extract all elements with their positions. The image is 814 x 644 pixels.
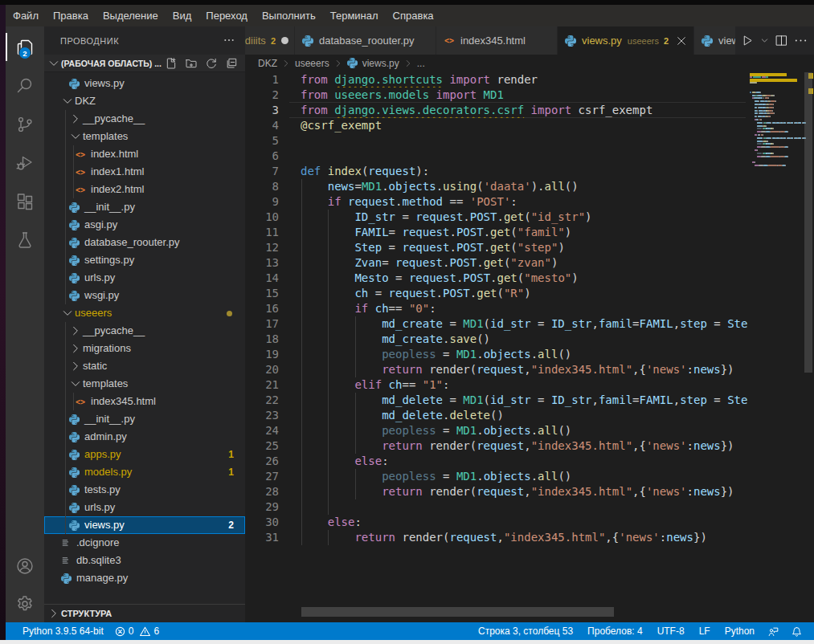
tab-diiits[interactable]: diiits2 (245, 26, 295, 55)
tree-file-index345.html[interactable]: <>index345.html (44, 393, 245, 410)
workspace-section-header[interactable]: (РАБОЧАЯ ОБЛАСТЬ) ... (44, 55, 245, 72)
status-item[interactable]: Python (718, 626, 762, 637)
python-file-icon (67, 289, 80, 302)
close-icon[interactable] (675, 35, 688, 47)
menu-item[interactable]: Терминал (323, 5, 386, 26)
split-editor-icon[interactable] (774, 34, 788, 48)
activitybar-testing-icon[interactable] (6, 221, 44, 259)
explorer-more-icon[interactable] (223, 34, 235, 48)
vertical-scrollbar[interactable] (804, 72, 812, 373)
breadcrumb-item[interactable]: DKZ (258, 58, 277, 69)
tab-index345.html[interactable]: <>index345.html (436, 26, 558, 55)
code-line-14: 14 Mesto = request.POST.get("mesto") (245, 271, 814, 286)
tree-item-label: database_roouter.py (84, 234, 180, 251)
python-interpreter-status[interactable]: Python 3.9.5 64-bit (15, 626, 107, 637)
code-line-text: ch = request.POST.get("R") (301, 286, 748, 301)
tree-file-urls.py[interactable]: urls.py (44, 269, 245, 287)
collapse-all-icon[interactable] (225, 57, 238, 70)
bell-icon[interactable] (791, 626, 803, 638)
indent-guide (301, 225, 302, 240)
activitybar-account-icon[interactable] (6, 547, 44, 585)
activitybar-settings-gear-icon[interactable] (6, 585, 44, 622)
tree-file-__init__.py[interactable]: __init__.py (44, 410, 245, 428)
python-file-icon (564, 35, 577, 47)
tree-file-models.py[interactable]: models.py1 (44, 463, 245, 481)
tree-folder-templates[interactable]: templates (44, 128, 245, 145)
more-icon[interactable] (793, 34, 808, 48)
indent-guide (355, 408, 356, 423)
menu-item[interactable]: Справка (386, 5, 441, 26)
tab-database_roouter.py[interactable]: database_roouter.py (295, 26, 436, 55)
minimap-line-segment (785, 165, 787, 166)
minimap-line-segment (750, 76, 752, 78)
tree-folder-templates[interactable]: templates (44, 375, 245, 393)
activitybar-explorer-icon[interactable]: 2 (6, 28, 44, 66)
activitybar-search-icon[interactable] (6, 67, 44, 104)
minimap-line-segment (755, 165, 759, 166)
status-item[interactable]: Строка 3, столбец 53 (471, 626, 580, 637)
chevron-down-icon[interactable] (759, 34, 769, 48)
tree-folder-DKZ[interactable]: DKZ (44, 92, 245, 110)
code-editor[interactable]: 1from django.shortcuts import render2fro… (245, 72, 814, 622)
activitybar-extensions-icon[interactable] (6, 182, 44, 220)
tree-file-index2.html[interactable]: <>index2.html (44, 181, 245, 198)
outline-section-header[interactable]: СТРУКТУРА (44, 604, 245, 622)
tree-item-label: views.py (84, 516, 125, 534)
menu-item[interactable]: Вид (166, 5, 199, 26)
tree-folder-__pycache__[interactable]: __pycache__ (44, 110, 245, 128)
tree-file-index1.html[interactable]: <>index1.html (44, 163, 245, 181)
code-line-text: return render(request,"index345.html",{'… (301, 530, 748, 545)
indent-guide (355, 393, 356, 408)
tree-file-apps.py[interactable]: apps.py1 (44, 446, 245, 463)
new-file-icon[interactable] (165, 57, 178, 70)
tree-file-views.py[interactable]: views.py2 (44, 516, 245, 534)
activitybar-source-control-icon[interactable] (6, 105, 44, 143)
tree-file-manage.py[interactable]: manage.py (44, 569, 245, 587)
tree-file-index.html[interactable]: <>index.html (44, 145, 245, 163)
status-item[interactable]: UTF-8 (650, 626, 692, 637)
minimap-line-segment (757, 110, 758, 112)
tree-file-wsgi.py[interactable]: wsgi.py (44, 287, 245, 304)
code-line-text: elif ch== "1": (301, 377, 748, 393)
problems-status[interactable]: 0 6 (109, 626, 164, 638)
tree-folder-__pycache__[interactable]: __pycache__ (44, 322, 245, 340)
tree-indent-guide (65, 110, 66, 304)
menu-item[interactable]: Переход (198, 5, 255, 26)
tree-file-db.sqlite3[interactable]: db.sqlite3 (44, 552, 245, 569)
menu-item[interactable]: Выделение (96, 5, 166, 26)
breadcrumb-item[interactable]: ... (417, 58, 425, 69)
run-icon[interactable] (740, 34, 755, 48)
tree-folder-useeers[interactable]: useeers (44, 304, 245, 322)
menu-item[interactable]: Правка (46, 5, 96, 26)
tree-file-asgi.py[interactable]: asgi.py (44, 216, 245, 234)
status-item[interactable]: LF (692, 626, 718, 637)
python-file-icon (67, 271, 80, 284)
activitybar-run-debug-icon[interactable] (6, 144, 44, 181)
tree-file-__init__.py[interactable]: __init__.py (44, 198, 245, 216)
status-item[interactable]: Пробелов: 4 (580, 626, 650, 637)
new-folder-icon[interactable] (185, 57, 198, 70)
tree-file-admin.py[interactable]: admin.py (44, 428, 245, 446)
line-number: 4 (245, 118, 301, 133)
minimap[interactable] (747, 72, 806, 622)
code-line-23: 23 md_delete.delete() (245, 408, 814, 423)
tree-file-settings.py[interactable]: settings.py (44, 251, 245, 269)
tree-file-urls.py[interactable]: urls.py (44, 499, 245, 516)
modified-dot-icon[interactable] (281, 37, 288, 44)
code-line-1: 1from django.shortcuts import render (245, 72, 814, 88)
breadcrumb-item[interactable]: useeers (295, 58, 329, 69)
tab-views.py[interactable]: views.pyuseeers2 (558, 26, 694, 55)
menu-item[interactable]: Выполнить (255, 5, 323, 26)
tree-file-database_roouter.py[interactable]: database_roouter.py (44, 234, 245, 251)
tree-folder-migrations[interactable]: migrations (44, 340, 245, 357)
horizontal-scrollbar[interactable] (301, 607, 614, 617)
tree-file-tests.py[interactable]: tests.py (44, 481, 245, 499)
tree-folder-static[interactable]: static (44, 357, 245, 375)
tree-file-views.py[interactable]: views.py (44, 75, 245, 92)
explorer-title: ПРОВОДНИК (60, 36, 119, 46)
refresh-icon[interactable] (205, 57, 218, 70)
menu-item[interactable]: Файл (6, 5, 46, 26)
feedback-icon[interactable] (767, 626, 779, 638)
tree-file-.dcignore[interactable]: .dcignore (44, 534, 245, 552)
breadcrumb-item[interactable]: views.py (347, 58, 399, 69)
